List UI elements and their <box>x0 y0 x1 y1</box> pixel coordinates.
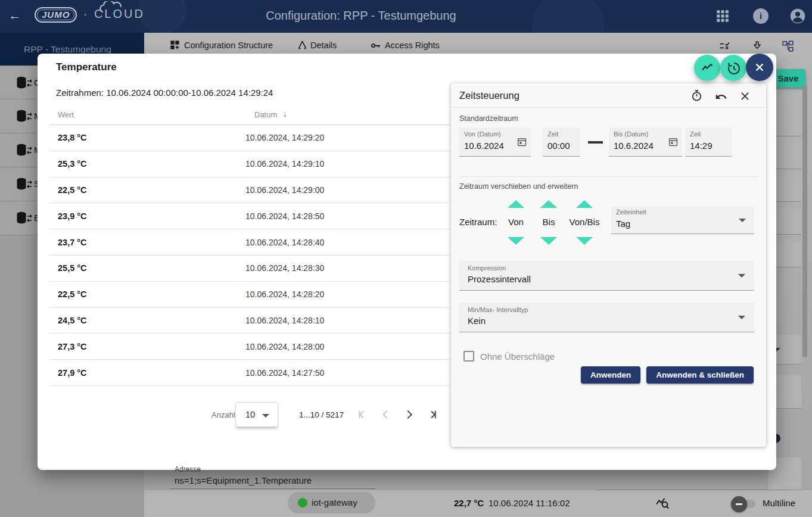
close-icon <box>753 61 766 74</box>
apps-grid-icon[interactable] <box>715 8 730 24</box>
shift-bis-up-button[interactable] <box>540 200 557 208</box>
previous-page-button[interactable] <box>378 407 393 422</box>
calendar-icon[interactable] <box>517 136 527 147</box>
query-stats-icon[interactable] <box>655 496 670 510</box>
tab-configuration-structure[interactable]: Configuration Structure <box>184 41 273 50</box>
calendar-icon[interactable] <box>668 136 679 147</box>
bis-datum-field[interactable]: Bis (Datum) 10.6.2024 <box>609 127 682 157</box>
field-value: 00:00 <box>547 141 570 151</box>
select-value: Kein <box>468 316 486 326</box>
tab-details[interactable]: Details <box>310 41 337 50</box>
field-value: 10.6.2024 <box>614 141 654 151</box>
checkbox-label: Ohne Überschläge <box>480 351 555 362</box>
anwenden-button[interactable]: Anwenden <box>581 366 640 384</box>
table-row: 25,5 °C10.06.2024, 14:28:30 <box>49 256 450 282</box>
address-field-underline <box>170 488 375 489</box>
multiline-toggle-label: Multiline <box>763 498 795 508</box>
panel-title: Zeitsteuerung <box>459 90 519 101</box>
history-icon <box>726 61 741 75</box>
divider <box>596 490 788 490</box>
zeitsteuerung-panel: Zeitsteuerung Standardzeitraum Von (Datu… <box>451 83 766 447</box>
cell-value: 25,5 °C <box>49 263 245 273</box>
address-field-value[interactable]: ns=1;s=Equipment_1.Temperature <box>175 475 312 485</box>
timer-icon[interactable] <box>690 89 703 102</box>
zeit-bis-field[interactable]: Zeit 14:29 <box>685 127 732 157</box>
shift-bis-down-button[interactable] <box>540 237 557 245</box>
divider <box>459 176 758 177</box>
cell-date: 10.06.2024, 14:28:20 <box>245 289 324 299</box>
column-header-datum[interactable]: Datum <box>254 110 277 119</box>
schema-sitemap-icon[interactable] <box>782 40 794 52</box>
cell-value: 23,8 °C <box>49 133 245 142</box>
account-icon[interactable] <box>789 8 806 24</box>
cell-value: 27,9 °C <box>49 368 245 378</box>
zeitraum-row-label: Zeitraum: <box>459 217 497 227</box>
cloud-logo-icon <box>99 1 125 13</box>
kompression-select[interactable]: Kompression Prozessintervall <box>459 261 754 291</box>
column-header-wert[interactable]: Wert <box>58 110 74 119</box>
gateway-chip-label: iot-gateway <box>312 497 357 507</box>
history-button[interactable] <box>720 55 746 81</box>
von-datum-field[interactable]: Von (Datum) 10.6.2024 <box>459 127 531 157</box>
download-icon[interactable] <box>751 40 763 52</box>
table-row: 23,8 °C10.06.2024, 14:29:20 <box>49 125 450 151</box>
minmax-intervalltyp-select[interactable]: Min/Max- Intervalltyp Kein <box>459 303 754 332</box>
page-size-label: Anzahl <box>211 410 235 419</box>
rule-checklist-icon[interactable] <box>718 40 730 52</box>
table-row: 24,5 °C10.06.2024, 14:28:10 <box>49 308 450 334</box>
shift-von-up-button[interactable] <box>508 200 524 208</box>
cell-date: 10.06.2024, 14:28:50 <box>245 211 324 221</box>
cell-value: 25,3 °C <box>49 159 245 169</box>
status-dot-green <box>298 498 307 507</box>
sort-descending-icon[interactable]: ↓ <box>283 109 287 119</box>
reading-value: 22,7 °C <box>454 498 484 508</box>
select-label: Kompression <box>468 264 506 272</box>
tab-access-rights[interactable]: Access Rights <box>385 41 440 50</box>
temperature-dialog: Temperature Zeitrahmen: 10.06.2024 00:00… <box>38 54 776 470</box>
shift-vonbis-up-button[interactable] <box>576 200 593 208</box>
datasource-icon <box>16 144 33 157</box>
jumo-cloud-logo: JUMO · CLOUD <box>35 7 145 23</box>
chart-view-button[interactable] <box>694 55 720 81</box>
select-value: Prozessintervall <box>468 274 531 284</box>
next-page-button[interactable] <box>402 407 416 422</box>
undo-icon[interactable] <box>715 91 727 103</box>
shift-vonbis-down-button[interactable] <box>576 237 593 245</box>
pagination-range: 1...10 / 5217 <box>299 410 344 419</box>
anwenden-schliessen-button[interactable]: Anwenden & schließen <box>646 366 754 384</box>
table-row: 23,7 °C10.06.2024, 14:28:40 <box>49 229 450 256</box>
datasource-icon <box>16 177 33 191</box>
first-page-button[interactable] <box>354 407 369 422</box>
info-icon[interactable]: i <box>753 8 769 24</box>
section-zeitraum-verschieben: Zeitraum verschieben und erweitern <box>459 182 578 191</box>
page-size-select[interactable]: 10 <box>235 402 278 427</box>
datasource-icon <box>16 76 33 89</box>
shift-von-down-button[interactable] <box>508 237 524 245</box>
multiline-toggle-knob[interactable] <box>731 496 747 512</box>
ohne-ueberschlaege-checkbox[interactable] <box>463 351 474 362</box>
select-label: Zeiteinheit <box>616 208 646 216</box>
last-page-button[interactable] <box>426 407 440 422</box>
timeframe-text: Zeitrahmen: 10.06.2024 00:00:00-10.06.20… <box>56 88 273 98</box>
datasource-icon <box>16 211 33 225</box>
table-row: 27,9 °C10.06.2024, 14:27:50 <box>49 360 450 386</box>
close-dialog-button[interactable] <box>746 54 773 81</box>
cell-value: 23,7 °C <box>49 238 245 247</box>
dialog-title: Temperature <box>56 61 117 73</box>
logo-dot: · <box>83 7 89 20</box>
table-row: 25,3 °C10.06.2024, 14:29:10 <box>49 151 450 177</box>
chevron-down-icon <box>739 219 746 222</box>
section-standardzeitraum: Standardzeitraum <box>459 114 518 123</box>
scrollbar-thumb[interactable] <box>802 85 807 357</box>
close-icon[interactable] <box>739 91 751 102</box>
value-table: Wert Datum ↓ 23,8 °C10.06.2024, 14:29:20… <box>49 106 450 386</box>
cell-date: 10.06.2024, 14:29:10 <box>245 159 324 169</box>
access-rights-key-icon <box>370 40 382 51</box>
shift-col-vonbis: Von/Bis <box>564 217 605 227</box>
back-arrow-icon[interactable]: ← <box>8 8 21 23</box>
details-icon <box>297 39 308 51</box>
zeit-von-field[interactable]: Zeit 00:00 <box>543 127 580 157</box>
select-value: Tag <box>616 219 630 229</box>
chevron-down-icon <box>262 414 269 418</box>
zeiteinheit-select[interactable]: Zeiteinheit Tag <box>611 206 754 234</box>
